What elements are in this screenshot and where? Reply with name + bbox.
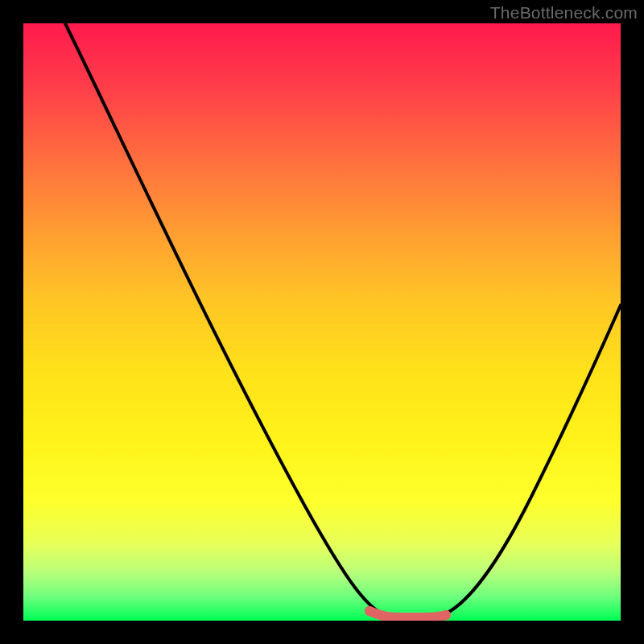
highlight-dot-left (365, 606, 374, 616)
curve-path (65, 23, 621, 617)
chart-frame: TheBottleneck.com (0, 0, 644, 644)
watermark-text: TheBottleneck.com (490, 3, 638, 23)
highlight-dot-right (441, 610, 451, 620)
highlight-segment (369, 611, 446, 617)
plot-area (23, 23, 621, 621)
bottleneck-curve (23, 23, 621, 621)
